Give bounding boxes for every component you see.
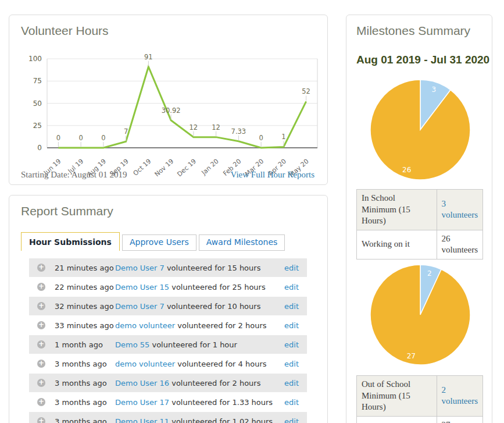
svg-text:7.33: 7.33 — [231, 127, 246, 136]
submission-time: 3 months ago — [55, 398, 115, 407]
svg-text:27: 27 — [407, 352, 416, 360]
edit-link[interactable]: edit — [284, 360, 299, 368]
submission-time: 1 month ago — [55, 340, 115, 349]
svg-text:26: 26 — [402, 166, 411, 174]
milestone-value: 2 volunteers — [437, 376, 482, 417]
submission-time: 32 minutes ago — [55, 302, 115, 311]
edit-link[interactable]: edit — [284, 283, 299, 292]
milestone-date-range: Aug 01 2019 - Jul 31 2020 — [356, 54, 489, 66]
edit-link[interactable]: edit — [284, 264, 299, 272]
user-link[interactable]: Demo User 7 — [115, 264, 165, 272]
submission-time: 3 months ago — [55, 379, 115, 388]
volunteers-link[interactable]: 2 volunteers — [442, 385, 478, 406]
milestones-summary-title: Milestones Summary — [356, 24, 470, 38]
milestone-value: 3 volunteers — [437, 190, 482, 230]
user-link[interactable]: Demo User 16 — [115, 379, 169, 388]
expand-icon[interactable]: + — [37, 264, 45, 272]
milestone-value: 27 volunteers — [437, 416, 482, 423]
volunteer-hours-line-chart: 0255075100Jun 19Jul 19Aug 19Sep 19Oct 19… — [9, 50, 328, 185]
user-link[interactable]: Demo 55 — [115, 340, 149, 349]
user-link[interactable]: demo volunteer — [115, 360, 175, 368]
submission-time: 3 months ago — [55, 360, 115, 368]
user-link[interactable]: Demo User 7 — [115, 302, 165, 311]
expand-icon[interactable]: + — [37, 302, 45, 310]
in-school-pie-chart: 326 — [369, 79, 471, 181]
svg-text:12: 12 — [190, 123, 198, 131]
out-of-school-milestone-table: Out of School Minimum (15 Hours)2 volunt… — [356, 375, 483, 423]
submission-row: +33 minutes agodemo volunteer volunteere… — [29, 316, 307, 335]
submission-row: +22 minutes agoDemo User 15 volunteered … — [29, 278, 307, 296]
submission-description: Demo User 17 volunteered for 1.33 hours — [115, 398, 284, 407]
submission-row: +3 months agoDemo User 16 volunteered fo… — [29, 374, 307, 392]
milestones-summary-card: Milestones Summary Aug 01 2019 - Jul 31 … — [346, 15, 492, 423]
edit-link[interactable]: edit — [284, 302, 299, 311]
view-full-hour-reports-link[interactable]: View Full Hour Reports — [230, 170, 314, 180]
milestone-row: In School Minimum (15 Hours)3 volunteers — [357, 190, 483, 230]
svg-text:12: 12 — [212, 123, 220, 131]
submission-row: +3 months agodemo volunteer volunteered … — [29, 354, 307, 373]
tab-approve-users[interactable]: Approve Users — [122, 234, 196, 251]
svg-text:0: 0 — [259, 134, 263, 142]
expand-icon[interactable]: + — [37, 398, 45, 406]
submission-description: Demo User 7 volunteered for 10 hours — [115, 302, 284, 311]
user-link[interactable]: Demo User 17 — [115, 398, 169, 407]
report-summary-title: Report Summary — [21, 204, 113, 218]
svg-text:52: 52 — [302, 87, 310, 95]
submission-row: +3 months agoDemo User 11 volunteered fo… — [29, 412, 307, 423]
milestone-row: Working on it27 volunteers — [357, 416, 483, 423]
starting-date-label: Starting Date: August 01 2019 — [21, 170, 127, 180]
expand-icon[interactable]: + — [37, 321, 45, 329]
svg-text:30.92: 30.92 — [162, 106, 181, 115]
tab-award-milestones[interactable]: Award Milestones — [199, 234, 285, 251]
submission-description: Demo User 11 volunteered for 1.02 hours — [115, 417, 284, 423]
user-link[interactable]: Demo User 11 — [115, 417, 169, 423]
svg-text:0: 0 — [78, 134, 83, 142]
edit-link[interactable]: edit — [284, 379, 299, 388]
out-of-school-pie-chart: 227 — [369, 264, 471, 366]
edit-link[interactable]: edit — [284, 398, 299, 407]
chart-footer: Starting Date: August 01 2019 View Full … — [21, 170, 314, 180]
svg-text:91: 91 — [144, 53, 153, 61]
expand-icon[interactable]: + — [37, 417, 45, 423]
hour-submissions-list: +21 minutes agoDemo User 7 volunteered f… — [29, 258, 307, 423]
report-summary-card: Report Summary Hour SubmissionsApprove U… — [9, 195, 328, 423]
edit-link[interactable]: edit — [284, 321, 299, 330]
submission-description: Demo 55 volunteered for 1 hour — [115, 340, 284, 349]
edit-link[interactable]: edit — [284, 417, 299, 423]
milestone-name: In School Minimum (15 Hours) — [357, 190, 437, 230]
volunteers-count: 27 volunteers — [442, 420, 478, 423]
submission-time: 3 months ago — [55, 417, 115, 423]
volunteer-hours-title: Volunteer Hours — [21, 24, 109, 38]
svg-text:0: 0 — [56, 134, 60, 142]
in-school-milestone-table: In School Minimum (15 Hours)3 volunteers… — [356, 189, 483, 260]
dashboard-page: Volunteer Hours 0255075100Jun 19Jul 19Au… — [0, 0, 504, 423]
svg-text:1: 1 — [281, 133, 285, 141]
svg-text:2: 2 — [427, 269, 432, 278]
svg-text:25: 25 — [33, 122, 42, 130]
svg-text:0: 0 — [101, 134, 105, 142]
volunteers-link[interactable]: 3 volunteers — [442, 199, 478, 220]
report-summary-tabs: Hour SubmissionsApprove UsersAward Miles… — [21, 232, 287, 251]
milestone-name: Working on it — [357, 416, 437, 423]
edit-link[interactable]: edit — [284, 340, 299, 349]
expand-icon[interactable]: + — [37, 360, 45, 368]
expand-icon[interactable]: + — [37, 379, 45, 387]
user-link[interactable]: Demo User 15 — [115, 283, 169, 292]
svg-text:3: 3 — [432, 86, 437, 94]
svg-text:50: 50 — [33, 99, 42, 108]
tab-hour-submissions[interactable]: Hour Submissions — [21, 232, 120, 251]
milestone-row: Out of School Minimum (15 Hours)2 volunt… — [357, 376, 483, 417]
submission-description: Demo User 7 volunteered for 15 hours — [115, 264, 284, 272]
expand-icon[interactable]: + — [37, 340, 45, 349]
milestone-row: Working on it26 volunteers — [357, 230, 483, 259]
svg-text:0: 0 — [37, 144, 42, 152]
volunteers-count: 26 volunteers — [442, 234, 478, 255]
user-link[interactable]: demo volunteer — [115, 321, 175, 330]
submission-description: demo volunteer volunteered for 4 hours — [115, 360, 284, 368]
volunteer-hours-card: Volunteer Hours 0255075100Jun 19Jul 19Au… — [9, 15, 328, 185]
milestone-value: 26 volunteers — [437, 230, 482, 259]
submission-time: 33 minutes ago — [55, 321, 115, 330]
expand-icon[interactable]: + — [37, 283, 45, 291]
milestone-name: Working on it — [357, 230, 437, 259]
submission-row: +3 months agoDemo User 17 volunteered fo… — [29, 393, 307, 411]
